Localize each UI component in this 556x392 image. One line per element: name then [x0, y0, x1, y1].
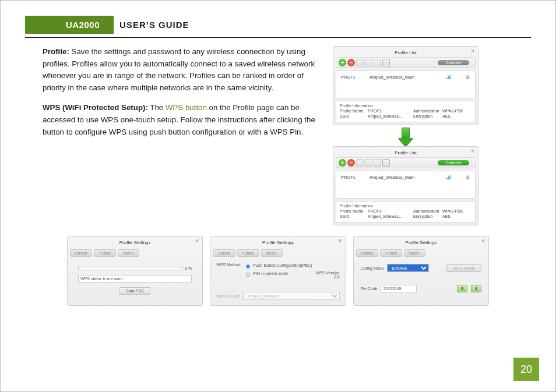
- profile-list-panel-top: × Profile List + − Connect PROF1 Amped_W…: [333, 46, 478, 125]
- profile-ssid: Amped_Wireless_Main: [370, 75, 414, 80]
- edit-icon[interactable]: [356, 159, 364, 167]
- info-auth-val: WPA2-PSK: [442, 209, 464, 213]
- info-name-val: PROF1: [368, 109, 413, 113]
- radio-pbc[interactable]: [246, 264, 250, 269]
- panel-title: Profile Settings: [354, 240, 488, 245]
- info-ssid-lbl: SSID: [340, 214, 368, 218]
- config-mode-select[interactable]: Enrollee: [387, 264, 429, 272]
- profile-list: PROF1 Amped_Wireless_Main: [336, 70, 476, 98]
- profile-toolbar: + − Connect: [336, 57, 476, 68]
- info-enc-val: AES: [442, 114, 464, 118]
- info-heading: Profile Information: [340, 204, 471, 208]
- next-button[interactable]: Next >: [404, 249, 425, 257]
- info-ssid-val: Amped_Wireless…: [368, 214, 413, 218]
- digit-eight-button[interactable]: 8: [457, 285, 467, 292]
- start-pbc-button[interactable]: Start PBC: [119, 287, 150, 295]
- info-enc-val: AES: [442, 214, 464, 218]
- profile-toolbar: + − Connect: [336, 157, 476, 168]
- wps-profile-button[interactable]: WPS Profile: [446, 264, 481, 272]
- info-auth-lbl: Authentication: [413, 209, 442, 213]
- cancel-button[interactable]: Cancel: [213, 249, 235, 257]
- lock-icon: [465, 75, 470, 80]
- arrow-down-icon: [398, 128, 413, 147]
- cancel-button[interactable]: Cancel: [70, 249, 92, 257]
- pin-code-label: Pin Code: [361, 287, 378, 291]
- add-icon[interactable]: +: [339, 59, 346, 66]
- lock-icon: [465, 175, 470, 180]
- config-mode-label: Config Mode: [361, 266, 384, 270]
- wps-version-label: WPS Version: [315, 271, 339, 275]
- profile-name: PROF1: [341, 75, 356, 80]
- back-button[interactable]: < Back: [94, 249, 116, 257]
- wps-icon[interactable]: [382, 159, 390, 167]
- close-icon[interactable]: ×: [470, 48, 476, 54]
- add-icon[interactable]: +: [339, 159, 346, 167]
- wps-settings-panel-method: × Profile Settings Cancel < Back Next > …: [210, 236, 346, 306]
- panel-title: Profile Settings: [210, 240, 345, 245]
- edit-icon[interactable]: [356, 59, 364, 66]
- wps-method-pin[interactable]: PIN / numeric code: [243, 271, 315, 277]
- list-item[interactable]: PROF1 Amped_Wireless_Main: [341, 175, 470, 180]
- profile-list: PROF1 Amped_Wireless_Main: [336, 171, 476, 199]
- remove-icon[interactable]: −: [347, 159, 355, 167]
- wps-settings-panel-progress: × Profile Settings Cancel < Back Next > …: [67, 236, 203, 306]
- connect-button[interactable]: Connect: [438, 160, 469, 165]
- connect-button[interactable]: Connect: [438, 60, 469, 65]
- wps-link: WPS button: [166, 103, 207, 112]
- back-button[interactable]: < Back: [380, 249, 402, 257]
- close-icon[interactable]: ×: [470, 149, 476, 154]
- back-button[interactable]: < Back: [237, 249, 259, 257]
- signal-icon: [446, 175, 451, 180]
- wps-settings-panel-config: × Profile Settings Cancel < Back Next > …: [353, 236, 489, 306]
- radio-pin[interactable]: [246, 273, 250, 277]
- wps-version-value: 2.0: [334, 275, 340, 279]
- profile-info: Profile Information Profile Name PROF1 A…: [336, 101, 476, 122]
- progress-value: 0 %: [185, 266, 192, 270]
- profile-paragraph: Profile: Save the settings and password …: [25, 46, 322, 94]
- wps-aplist-select[interactable]: Amped_Wireless: [243, 292, 340, 300]
- export-icon[interactable]: [374, 159, 381, 167]
- info-enc-lbl: Encryption: [413, 114, 442, 118]
- info-name-lbl: Profile Name: [340, 209, 368, 213]
- remove-icon[interactable]: −: [347, 59, 355, 66]
- wps-status-field[interactable]: [78, 275, 192, 282]
- panel-title: Profile List: [333, 50, 478, 55]
- info-ssid-val: Amped_Wireless…: [368, 114, 413, 118]
- close-icon[interactable]: ×: [337, 238, 343, 244]
- pin-code-field[interactable]: [381, 285, 417, 292]
- wps-label: WPS (WiFi Protected Setup):: [43, 103, 148, 112]
- close-icon[interactable]: ×: [194, 238, 200, 244]
- next-button[interactable]: Next >: [261, 249, 283, 257]
- import-icon[interactable]: [365, 59, 372, 66]
- info-ssid-lbl: SSID: [340, 114, 368, 118]
- model-badge: UA2000: [25, 16, 114, 34]
- profile-list-panel-bottom: × Profile List + − Connect PROF1 Amped_W…: [333, 146, 478, 225]
- info-auth-lbl: Authentication: [413, 109, 442, 113]
- list-item[interactable]: PROF1 Amped_Wireless_Main: [341, 75, 470, 80]
- info-heading: Profile Information: [340, 104, 471, 108]
- info-name-val: PROF1: [368, 209, 413, 213]
- import-icon[interactable]: [365, 159, 372, 167]
- info-name-lbl: Profile Name: [340, 109, 368, 113]
- wps-text-before: The: [148, 103, 166, 112]
- info-enc-lbl: Encryption: [413, 214, 442, 218]
- export-icon[interactable]: [374, 59, 381, 66]
- close-icon[interactable]: ×: [480, 238, 486, 244]
- profile-text: Save the settings and password to any wi…: [43, 47, 315, 92]
- body-text: Profile: Save the settings and password …: [25, 46, 322, 225]
- wps-icon[interactable]: [382, 59, 390, 66]
- profile-label: Profile:: [43, 47, 69, 56]
- profile-ssid: Amped_Wireless_Main: [370, 175, 414, 180]
- info-auth-val: WPA2-PSK: [442, 109, 464, 113]
- signal-icon: [446, 75, 451, 80]
- panel-title: Profile Settings: [68, 240, 202, 245]
- wps-aplist-label: WPS AP List: [216, 294, 240, 298]
- profile-info: Profile Information Profile Name PROF1 A…: [336, 201, 476, 223]
- profile-name: PROF1: [341, 175, 356, 180]
- digit-four-button[interactable]: 4: [471, 285, 481, 292]
- next-button[interactable]: Next >: [118, 249, 139, 257]
- wps-method-pbc[interactable]: Push-Button Configuration(PBC): [243, 263, 315, 269]
- header-rule: [25, 37, 531, 38]
- page-number: 20: [513, 358, 539, 381]
- cancel-button[interactable]: Cancel: [356, 249, 378, 257]
